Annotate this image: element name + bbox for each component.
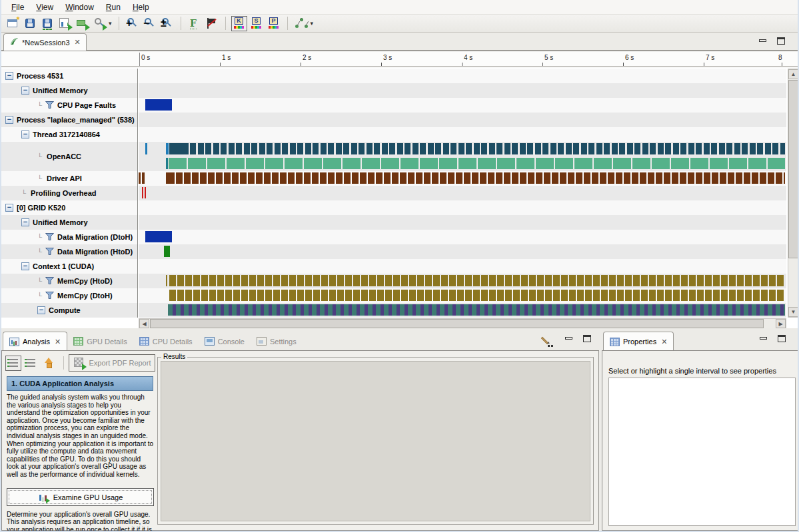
openacc-interval[interactable] xyxy=(710,158,728,169)
memcpy-htod-interval[interactable] xyxy=(537,275,544,286)
memcpy-htod-interval[interactable] xyxy=(385,275,392,286)
memcpy-dtoh-interval[interactable] xyxy=(305,290,312,301)
memcpy-htod-interval[interactable] xyxy=(393,275,400,286)
openacc-interval[interactable] xyxy=(351,143,357,154)
memcpy-dtoh-interval[interactable] xyxy=(577,290,584,301)
openacc-interval[interactable] xyxy=(313,143,319,154)
openacc-interval[interactable] xyxy=(466,143,472,154)
analysis-graph-button[interactable] xyxy=(293,16,309,31)
openacc-interval[interactable] xyxy=(420,143,426,154)
memcpy-htod-interval[interactable] xyxy=(697,275,704,286)
horizontal-scrollbar[interactable]: ◀ ▶ xyxy=(139,318,786,329)
memcpy-htod-interval[interactable] xyxy=(257,275,264,286)
memcpy-htod-interval[interactable] xyxy=(281,275,288,286)
memcpy-htod-interval[interactable] xyxy=(473,275,480,286)
openacc-interval[interactable] xyxy=(478,158,496,169)
memcpy-dtoh-interval[interactable] xyxy=(545,290,552,301)
memcpy-dtoh-interval[interactable] xyxy=(569,290,576,301)
driver-api-interval[interactable] xyxy=(142,172,145,184)
promote-up-button[interactable] xyxy=(40,356,56,371)
openacc-interval[interactable] xyxy=(400,158,418,169)
driver-api-interval[interactable] xyxy=(760,172,766,184)
driver-api-interval[interactable] xyxy=(440,172,446,184)
memcpy-htod-interval[interactable] xyxy=(489,275,496,286)
openacc-interval[interactable] xyxy=(267,143,273,154)
memcpy-dtoh-interval[interactable] xyxy=(385,290,392,301)
openacc-interval[interactable] xyxy=(696,143,702,154)
memcpy-htod-interval[interactable] xyxy=(225,275,232,286)
openacc-interval[interactable] xyxy=(282,143,288,154)
collapse-icon[interactable]: − xyxy=(5,116,13,124)
memcpy-dtoh-interval[interactable] xyxy=(209,290,216,301)
openacc-interval[interactable] xyxy=(404,143,410,154)
openacc-interval[interactable] xyxy=(496,143,502,154)
driver-api-interval[interactable] xyxy=(600,172,606,184)
driver-api-interval[interactable] xyxy=(432,172,438,184)
memcpy-htod-interval[interactable] xyxy=(457,275,464,286)
collapse-icon[interactable]: − xyxy=(21,87,29,95)
driver-api-interval[interactable] xyxy=(400,172,406,184)
memcpy-dtoh-interval[interactable] xyxy=(201,290,208,301)
driver-api-interval[interactable] xyxy=(304,172,311,184)
driver-api-interval[interactable] xyxy=(280,172,287,184)
memcpy-htod-interval[interactable] xyxy=(497,275,504,286)
openacc-interval[interactable] xyxy=(566,143,572,154)
memcpy-dtoh-interval[interactable] xyxy=(329,290,336,301)
memcpy-htod-interval[interactable] xyxy=(729,275,736,286)
collapse-icon[interactable]: − xyxy=(21,218,29,226)
driver-api-interval[interactable] xyxy=(408,172,414,184)
memcpy-dtoh-interval[interactable] xyxy=(417,290,424,301)
openacc-interval[interactable] xyxy=(742,143,748,154)
openacc-interval[interactable] xyxy=(535,143,541,154)
memcpy-dtoh-interval[interactable] xyxy=(313,290,320,301)
driver-api-interval[interactable] xyxy=(288,172,295,184)
memcpy-dtoh-interval[interactable] xyxy=(657,290,664,301)
row-label-data-migration-htod[interactable]: └Data Migration (HtoD) xyxy=(1,244,138,259)
openacc-interval[interactable] xyxy=(169,158,187,169)
openacc-interval[interactable] xyxy=(527,143,533,154)
openacc-interval[interactable] xyxy=(604,143,610,154)
openacc-interval[interactable] xyxy=(613,158,631,169)
memcpy-dtoh-interval[interactable] xyxy=(297,290,304,301)
openacc-interval[interactable] xyxy=(236,143,242,154)
scroll-right-icon[interactable]: ▶ xyxy=(776,319,786,328)
openacc-interval[interactable] xyxy=(512,143,518,154)
memcpy-htod-interval[interactable] xyxy=(265,275,272,286)
row-label-process-laplace[interactable]: −Process "laplace_managed" (538) xyxy=(1,113,138,127)
openacc-interval[interactable] xyxy=(704,143,710,154)
memcpy-dtoh-interval[interactable] xyxy=(697,290,704,301)
memcpy-htod-interval[interactable] xyxy=(585,275,592,286)
driver-api-interval[interactable] xyxy=(552,172,558,184)
memcpy-htod-interval[interactable] xyxy=(417,275,424,286)
maximize-icon[interactable] xyxy=(583,335,592,343)
openacc-interval[interactable] xyxy=(481,143,487,154)
memcpy-htod-interval[interactable] xyxy=(361,275,368,286)
memcpy-htod-interval[interactable] xyxy=(273,275,280,286)
driver-api-interval[interactable] xyxy=(139,172,141,184)
data-migration-dtoh-interval[interactable] xyxy=(145,231,172,242)
filter-funnel-icon[interactable] xyxy=(45,275,54,287)
openacc-interval[interactable] xyxy=(642,143,648,154)
unguided-list-button[interactable] xyxy=(23,356,39,371)
memcpy-dtoh-interval[interactable] xyxy=(537,290,544,301)
openacc-interval[interactable] xyxy=(690,158,708,169)
openacc-interval[interactable] xyxy=(450,143,456,154)
memcpy-dtoh-interval[interactable] xyxy=(561,290,568,301)
driver-api-interval[interactable] xyxy=(328,172,335,184)
openacc-interval[interactable] xyxy=(297,143,303,154)
memcpy-htod-interval[interactable] xyxy=(449,275,456,286)
memcpy-htod-interval[interactable] xyxy=(609,275,616,286)
memcpy-htod-interval[interactable] xyxy=(617,275,624,286)
memcpy-htod-interval[interactable] xyxy=(305,275,312,286)
driver-api-interval[interactable] xyxy=(208,172,215,184)
memcpy-htod-interval[interactable] xyxy=(529,275,536,286)
memcpy-htod-interval[interactable] xyxy=(633,275,640,286)
memcpy-dtoh-interval[interactable] xyxy=(225,290,232,301)
openacc-interval[interactable] xyxy=(336,143,342,154)
memcpy-htod-interval[interactable] xyxy=(425,275,432,286)
openacc-interval[interactable] xyxy=(188,158,206,169)
openacc-interval[interactable] xyxy=(190,143,196,154)
openacc-interval[interactable] xyxy=(244,143,250,154)
zoom-in-button[interactable]: + xyxy=(125,16,141,31)
memcpy-dtoh-interval[interactable] xyxy=(593,290,600,301)
